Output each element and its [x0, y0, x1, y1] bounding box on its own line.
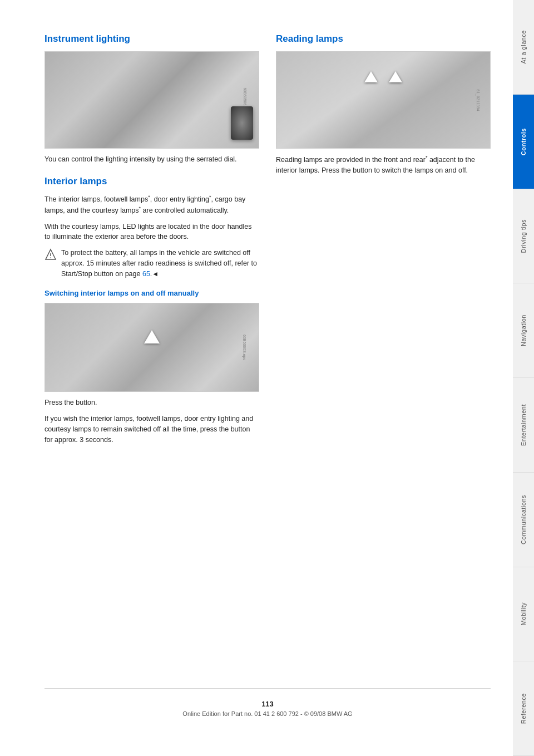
image-watermark-reading: 61_0211394 — [476, 89, 480, 111]
switching-subtitle: Switching interior lamps on and off manu… — [44, 289, 259, 297]
sidebar-item-entertainment[interactable]: Entertainment — [513, 378, 534, 473]
instrument-lighting-description: You can control the lighting intensity b… — [44, 154, 259, 165]
page-footer: 113 Online Edition for Part no. 01 41 2 … — [44, 688, 491, 723]
sidebar-label-at-a-glance: At a glance — [520, 30, 527, 64]
sidebar-label-reference: Reference — [520, 693, 527, 724]
reading-arrow-left — [364, 71, 378, 82]
sidebar-label-navigation: Navigation — [520, 315, 527, 346]
reading-lamps-section: Reading lamps 61_0211394 Reading lamps a… — [276, 33, 491, 176]
instrument-lighting-image: 60B50506.eps — [44, 51, 259, 149]
page-ref-link[interactable]: 65 — [142, 270, 150, 278]
footer-copyright: Online Edition for Part no. 01 41 2 600 … — [182, 710, 352, 717]
back-arrow-icon: ◄ — [152, 269, 159, 279]
sidebar-label-driving-tips: Driving tips — [520, 219, 527, 253]
image-watermark-interior: 60B5060S.eps — [243, 335, 247, 360]
note-text: To protect the battery, all lamps in the… — [61, 248, 259, 279]
sidebar-item-at-a-glance[interactable]: At a glance — [513, 0, 534, 95]
reading-arrow-right — [389, 71, 402, 82]
interior-lamps-title: Interior lamps — [44, 176, 259, 187]
interior-lamps-image: 60B5060S.eps — [44, 303, 259, 392]
image-watermark-instrument: 60B50506.eps — [243, 87, 247, 112]
sidebar-label-communications: Communications — [520, 495, 527, 544]
sidebar-item-reference[interactable]: Reference — [513, 661, 534, 756]
interior-lamps-paragraph1: The interior lamps, footwell lamps*, doo… — [44, 194, 259, 216]
sidebar-label-mobility: Mobility — [520, 602, 527, 625]
reading-arrows — [364, 71, 402, 82]
interior-lamps-section: Interior lamps The interior lamps, footw… — [44, 176, 259, 445]
note-box: To protect the battery, all lamps in the… — [44, 248, 259, 279]
sidebar-item-navigation[interactable]: Navigation — [513, 283, 534, 378]
note-icon — [44, 248, 57, 261]
instrument-lighting-title: Instrument lighting — [44, 33, 259, 45]
page-number: 113 — [44, 700, 491, 708]
interior-lamps-paragraph2: With the courtesy lamps, LED lights are … — [44, 222, 259, 243]
sidebar-item-driving-tips[interactable]: Driving tips — [513, 189, 534, 284]
sidebar-label-entertainment: Entertainment — [520, 404, 527, 446]
svg-point-2 — [50, 257, 51, 258]
sidebar: At a glance Controls Driving tips Naviga… — [513, 0, 534, 756]
sidebar-item-communications[interactable]: Communications — [513, 473, 534, 567]
sidebar-label-controls: Controls — [520, 128, 527, 155]
sidebar-item-controls[interactable]: Controls — [513, 95, 534, 189]
instrument-lighting-section: Instrument lighting 60B50506.eps You can… — [44, 33, 259, 165]
sidebar-item-mobility[interactable]: Mobility — [513, 567, 534, 662]
switching-paragraph: If you wish the interior lamps, footwell… — [44, 414, 259, 445]
press-button-text: Press the button. — [44, 397, 259, 408]
switching-section: Switching interior lamps on and off manu… — [44, 289, 259, 445]
reading-lamps-description: Reading lamps are provided in the front … — [276, 154, 491, 176]
reading-lamps-title: Reading lamps — [276, 33, 491, 45]
reading-lamps-image: 61_0211394 — [276, 51, 491, 149]
